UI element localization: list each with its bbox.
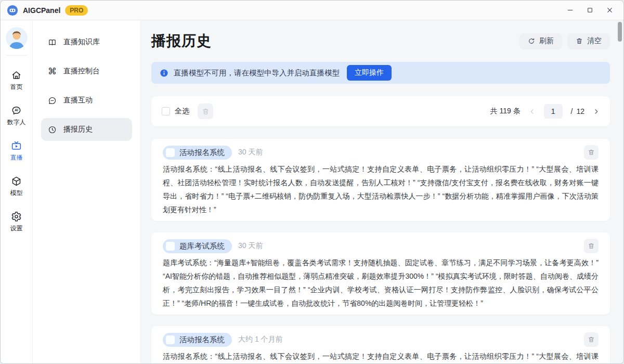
chevron-right-icon [593,108,600,115]
avatar-image [6,27,28,49]
card-header: 活动报名系统 30 天前 [163,145,599,160]
total-count: 共 119 条 [490,107,521,116]
rail-divider [6,55,27,56]
history-clock-icon [48,125,57,134]
list-toolbar: 全选 共 119 条 1 / 12 [151,96,610,126]
card-content: 活动报名系统：“线上活动报名、线下会议签到，一站式搞定！支持自定义表单、电子票务… [163,162,599,216]
select-all-label: 全选 [175,107,189,116]
knowledge-book-icon [48,38,57,47]
rail-item-live[interactable]: 直播 [10,140,23,162]
chat-bubble-icon [48,96,57,105]
card-timestamp: 30 天前 [238,148,263,157]
page-title: 播报历史 [151,31,212,51]
info-icon [160,69,168,77]
svg-text:AI: AI [15,108,18,112]
previous-page-button[interactable] [529,108,536,115]
sidebar-item-interaction[interactable]: 直播互动 [41,89,132,112]
card-tag-label: 题库考试系统 [179,241,225,251]
rail-item-label: 首页 [10,83,23,92]
live-tv-icon [11,140,22,151]
card-checkbox[interactable] [166,242,175,251]
clear-button[interactable]: 清空 [567,33,610,49]
refresh-button[interactable]: 刷新 [519,33,562,49]
digital-human-icon: AI [11,105,22,116]
card-delete-button[interactable] [584,145,599,160]
trash-icon [576,37,583,45]
app-window: AIGCPanel PRO [0,0,624,364]
card-tag-label: 活动报名系统 [179,335,225,345]
user-avatar[interactable] [6,27,28,49]
home-icon [11,70,22,81]
chevron-left-icon [529,108,536,115]
card-tag-label: 活动报名系统 [179,148,225,158]
model-unavailable-banner: 直播模型不可用，请在模型中导入并启动直播模型 立即操作 [151,62,610,84]
trash-icon [588,336,595,343]
app-logo-robot-icon [7,5,18,16]
settings-gear-icon [11,211,22,222]
card-checkbox[interactable] [166,148,175,157]
page-count: / 12 [571,107,584,115]
select-all-checkbox[interactable] [162,107,170,115]
rail-item-home[interactable]: 首页 [10,70,23,92]
maximize-icon [587,7,593,14]
sidebar-item-console[interactable]: ⌘ 直播控制台 [41,60,132,83]
card-timestamp: 大约 1 个月前 [238,335,283,344]
next-page-button[interactable] [593,108,600,115]
sidebar-item-label: 直播互动 [63,96,93,105]
close-icon [606,7,613,14]
sidebar-item-label: 直播控制台 [63,67,100,76]
sidebar-item-broadcast-history[interactable]: 播报历史 [41,118,132,141]
card-delete-button[interactable] [584,332,599,347]
card-content: 题库考试系统：“海量题库+智能组卷，覆盖各类考试需求！支持随机抽题、固定试卷、章… [163,256,599,310]
window-controls [562,4,617,17]
scrollbar-thumb[interactable] [618,22,622,42]
banner-message: 直播模型不可用，请在模型中导入并启动直播模型 [174,68,340,78]
refresh-button-label: 刷新 [539,36,554,46]
pagination: 共 119 条 1 / 12 [490,104,600,119]
page-header: 播报历史 刷新 清空 [151,31,610,51]
trash-icon [588,242,595,250]
sidebar-item-label: 直播知识库 [63,37,100,47]
rail-item-label: 数字人 [7,118,26,127]
rail-item-settings[interactable]: 设置 [10,211,23,233]
card-tag-pill[interactable]: 活动报名系统 [163,146,232,160]
header-actions: 刷新 清空 [519,33,610,49]
sidebar-item-knowledge[interactable]: 直播知识库 [41,31,132,54]
card-tag-pill[interactable]: 活动报名系统 [163,333,232,347]
history-card: 活动报名系统 大约 1 个月前 活动报名系统：“线上活动报名、线下会议签到，一站… [151,326,610,363]
card-header: 题库考试系统 30 天前 [163,239,599,253]
main-content: 播报历史 刷新 清空 [141,20,623,363]
total-pages: 12 [576,107,584,115]
maximize-button[interactable] [582,4,597,17]
console-command-icon: ⌘ [48,67,57,76]
history-card: 活动报名系统 30 天前 活动报名系统：“线上活动报名、线下会议签到，一站式搞定… [151,139,610,221]
card-delete-button[interactable] [584,239,599,253]
scrollbar-track[interactable] [617,20,622,363]
card-tag-pill[interactable]: 题库考试系统 [163,239,232,253]
trash-icon [202,108,210,115]
rail-item-label: 直播 [10,153,23,162]
card-content: 活动报名系统：“线上活动报名、线下会议签到，一站式搞定！支持自定义表单、电子票务… [163,349,599,363]
history-card: 题库考试系统 30 天前 题库考试系统：“海量题库+智能组卷，覆盖各类考试需求！… [151,232,610,315]
card-checkbox[interactable] [166,335,175,344]
window-titlebar: AIGCPanel PRO [1,1,623,20]
card-header: 活动报名系统 大约 1 个月前 [163,332,599,347]
refresh-icon [528,37,535,45]
minimize-button[interactable] [562,4,578,17]
card-timestamp: 30 天前 [238,241,263,251]
minimize-icon [567,7,574,14]
rail-item-label: 设置 [10,224,23,233]
close-button[interactable] [602,4,617,17]
app-title: AIGCPanel [23,6,60,15]
rail-item-digital-human[interactable]: AI 数字人 [7,105,26,127]
rail-item-model[interactable]: 模型 [10,176,23,198]
pro-badge: PRO [65,5,88,16]
current-page-indicator: 1 [544,104,563,119]
model-cube-icon [11,176,22,187]
page-separator: / [571,107,573,115]
sidebar-item-label: 播报历史 [63,125,93,134]
left-nav-rail: 首页 AI 数字人 直播 [1,20,33,363]
live-section-sidebar: 直播知识库 ⌘ 直播控制台 直播互动 播报历史 [33,20,141,363]
delete-selected-button[interactable] [198,103,213,119]
banner-action-button[interactable]: 立即操作 [347,65,392,81]
